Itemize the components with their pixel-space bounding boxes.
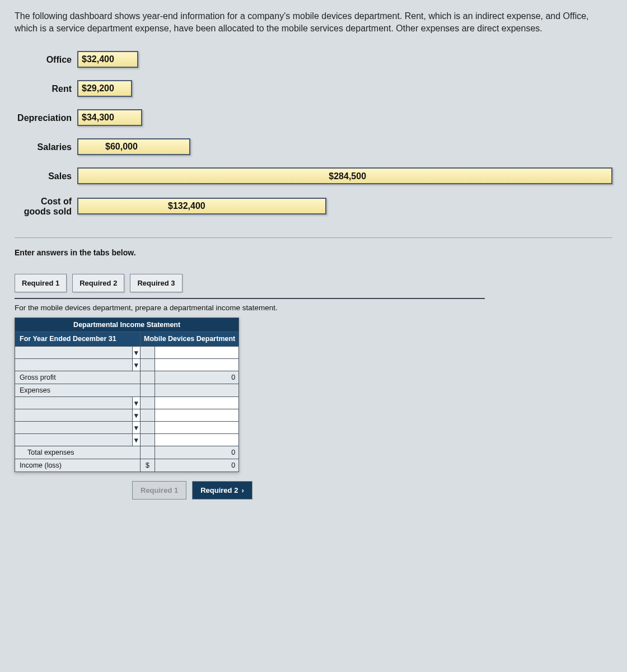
- ws-label-expenses: Expenses: [15, 384, 141, 396]
- dashboard-bar-chart: Office $32,400 Rent $29,200 Depreciation…: [17, 51, 612, 216]
- ws-row-income-loss: Income (loss) $ 0: [15, 459, 239, 472]
- ws-amount-input[interactable]: [155, 421, 239, 433]
- ws-expense-select[interactable]: [15, 409, 133, 421]
- bar-value-rent: $29,200: [82, 83, 114, 94]
- ws-row-expense-2: ▾: [15, 409, 239, 421]
- currency-symbol: $: [141, 459, 155, 472]
- tab-required-3[interactable]: Required 3: [130, 274, 182, 292]
- divider: [15, 237, 612, 238]
- ws-row-blank-1: ▾: [15, 346, 239, 358]
- ws-expense-select[interactable]: [15, 396, 133, 409]
- dropdown-icon[interactable]: ▾: [133, 421, 141, 433]
- ws-total-expenses-value: 0: [155, 446, 239, 459]
- income-statement-table: Departmental Income Statement For Year E…: [15, 318, 239, 472]
- ws-title: Departmental Income Statement: [15, 318, 239, 332]
- ws-row-expenses-header: Expenses: [15, 384, 239, 396]
- bar-value-cogs: $132,400: [168, 201, 205, 211]
- intro-text: The following dashboard shows year-end i…: [15, 10, 597, 34]
- tab-required-2[interactable]: Required 2: [72, 274, 124, 292]
- ws-account-select[interactable]: [15, 358, 133, 371]
- next-button[interactable]: Required 2›: [192, 481, 252, 500]
- ws-label-total-expenses: Total expenses: [15, 446, 141, 459]
- bar-label-depreciation: Depreciation: [17, 113, 77, 123]
- ws-left-header: For Year Ended December 31: [15, 332, 141, 346]
- ws-row-expense-1: ▾: [15, 396, 239, 409]
- ws-row-total-expenses: Total expenses 0: [15, 446, 239, 459]
- ws-amount-input[interactable]: [155, 346, 239, 358]
- ws-income-loss-value: 0: [155, 459, 239, 472]
- dropdown-icon[interactable]: ▾: [133, 358, 141, 371]
- tab-underline: [15, 298, 485, 299]
- bar-label-salaries: Salaries: [17, 142, 77, 152]
- dropdown-icon[interactable]: ▾: [133, 409, 141, 421]
- chevron-right-icon: ›: [241, 486, 244, 494]
- ws-row-expense-3: ▾: [15, 421, 239, 433]
- ws-amount-input[interactable]: [155, 358, 239, 371]
- ws-amount-input[interactable]: [155, 409, 239, 421]
- ws-expense-select[interactable]: [15, 421, 133, 433]
- ws-amount-input[interactable]: [155, 396, 239, 409]
- ws-right-header: Mobile Devices Department: [141, 332, 239, 346]
- dropdown-icon[interactable]: ▾: [133, 396, 141, 409]
- ws-expense-select[interactable]: [15, 433, 133, 446]
- ws-gross-profit-value: 0: [155, 371, 239, 384]
- bar-label-rent: Rent: [17, 84, 77, 94]
- dropdown-icon[interactable]: ▾: [133, 433, 141, 446]
- ws-label-income-loss: Income (loss): [15, 459, 141, 472]
- enter-answers-msg: Enter answers in the tabs below.: [15, 248, 612, 257]
- bar-label-office: Office: [17, 55, 77, 65]
- bar-value-salaries: $60,000: [105, 142, 138, 152]
- ws-label-gross-profit: Gross profit: [15, 371, 141, 384]
- ws-row-gross-profit: Gross profit 0: [15, 371, 239, 384]
- prev-button[interactable]: Required 1: [132, 481, 186, 500]
- bar-value-sales: $284,500: [329, 171, 366, 181]
- ws-account-select[interactable]: [15, 346, 133, 358]
- ws-row-expense-4: ▾: [15, 433, 239, 446]
- tab-required-1[interactable]: Required 1: [15, 274, 67, 292]
- requirement-prompt: For the mobile devices department, prepa…: [15, 304, 612, 312]
- dropdown-icon[interactable]: ▾: [133, 346, 141, 358]
- ws-row-blank-2: ▾: [15, 358, 239, 371]
- bar-label-cogs: Cost of goods sold: [17, 197, 77, 216]
- tab-bar: Required 1 Required 2 Required 3: [15, 274, 612, 292]
- bar-value-depreciation: $34,300: [82, 113, 114, 123]
- bar-value-office: $32,400: [82, 54, 114, 64]
- bar-label-sales: Sales: [17, 171, 77, 181]
- ws-amount-input[interactable]: [155, 433, 239, 446]
